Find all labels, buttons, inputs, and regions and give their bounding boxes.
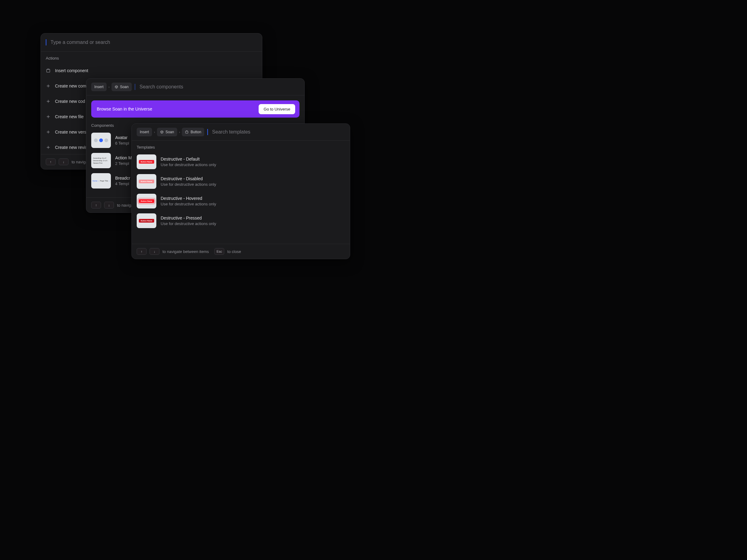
template-destructive-hovered[interactable]: Button Name Destructive - Hovered Use fo… [132, 191, 350, 211]
action-label: Create new file [55, 114, 83, 119]
search-row: Insert › Soan [86, 79, 304, 96]
text-caret [135, 84, 135, 90]
crumb-label: Soan [120, 84, 129, 89]
action-label: Create new vers [55, 130, 86, 134]
template-description: Use for destructive actions only [161, 221, 216, 226]
template-destructive-disabled[interactable]: Button Name Destructive - Disabled Use f… [132, 171, 350, 191]
action-label: Create new revis [55, 145, 87, 150]
button-preview: Button Name [139, 199, 154, 203]
package-icon [114, 85, 118, 89]
thumb-button: Button Name [137, 174, 156, 189]
section-label: Templates [132, 141, 350, 152]
breadcrumb: Insert › Soan [91, 83, 132, 91]
thumb-breadcrumb: Home›Page Title› [91, 173, 111, 188]
breadcrumb: Insert › Soan › Button [137, 128, 204, 136]
footer-hint-close: to close [227, 249, 241, 254]
action-label: Create new com [55, 83, 86, 88]
crumb-soan[interactable]: Soan [157, 128, 177, 136]
package-icon [160, 130, 164, 134]
key-up: ↑ [137, 248, 147, 255]
chevron-right-icon: › [154, 130, 155, 134]
component-count: 4 Templ [115, 182, 130, 186]
template-destructive-pressed[interactable]: Button Name Destructive - Pressed Use fo… [132, 211, 350, 231]
plus-icon [46, 114, 51, 119]
thumb-button: Button Name [137, 194, 156, 209]
svg-rect-0 [47, 70, 50, 72]
key-down: ↓ [104, 202, 114, 209]
thumb-button: Button Name [137, 213, 156, 228]
footer-hint-nav: to navigate between items [162, 249, 209, 254]
template-title: Destructive - Pressed [161, 215, 216, 220]
plus-icon [46, 99, 51, 104]
key-esc: Esc [214, 248, 224, 255]
button-preview: Button Name [139, 160, 154, 164]
component-title: Avatar [115, 135, 129, 140]
key-down: ↓ [59, 158, 69, 165]
key-down: ↓ [150, 248, 159, 255]
thumb-avatar [91, 133, 111, 148]
template-description: Use for destructive actions only [161, 182, 216, 187]
template-title: Destructive - Default [161, 157, 216, 161]
action-insert-component[interactable]: Insert component [41, 63, 262, 78]
svg-rect-1 [185, 131, 188, 133]
templates-panel: Insert › Soan › Button Templates Button … [131, 124, 350, 259]
plus-icon [46, 130, 51, 134]
key-up: ↑ [46, 158, 56, 165]
search-row: Insert › Soan › Button [132, 124, 350, 141]
universe-banner: Browse Soan in the Universe Go to Univer… [91, 100, 300, 117]
thumb-button: Button Name [137, 154, 156, 169]
chevron-right-icon: › [179, 130, 180, 134]
crumb-button[interactable]: Button [182, 128, 204, 136]
component-title: Action M [115, 155, 132, 160]
template-destructive-default[interactable]: Button Name Destructive - Default Use fo… [132, 152, 350, 171]
component-icon [46, 68, 51, 73]
crumb-insert[interactable]: Insert [91, 83, 107, 91]
template-description: Use for destructive actions only [161, 202, 216, 206]
plus-icon [46, 83, 51, 88]
template-title: Destructive - Disabled [161, 176, 216, 181]
template-search-input[interactable] [212, 129, 345, 135]
button-preview: Button Name [139, 180, 154, 183]
template-description: Use for destructive actions only [161, 162, 216, 167]
action-label: Insert component [55, 68, 88, 73]
go-to-universe-button[interactable]: Go to Universe [259, 104, 295, 114]
crumb-soan[interactable]: Soan [111, 83, 132, 91]
component-title: Breadcr [115, 176, 130, 181]
thumb-action-menu: Ascending: A to ZDescending: Z to ANewes… [91, 153, 111, 168]
text-caret [46, 39, 46, 46]
button-preview: Button Name [139, 219, 154, 222]
section-label: Actions [41, 52, 262, 63]
component-icon [185, 130, 188, 134]
component-count: 6 Templ [115, 141, 129, 145]
component-count: 2 Templ [115, 161, 132, 166]
search-row [41, 33, 262, 52]
banner-text: Browse Soan in the Universe [97, 107, 152, 111]
crumb-insert[interactable]: Insert [137, 128, 152, 136]
panel-footer: ↑ ↓ to navigate between items Esc to clo… [132, 244, 350, 259]
template-title: Destructive - Hovered [161, 196, 216, 201]
chevron-right-icon: › [108, 85, 110, 89]
plus-icon [46, 145, 51, 150]
component-search-input[interactable] [139, 84, 300, 90]
templates-list: Button Name Destructive - Default Use fo… [132, 152, 350, 244]
action-label: Create new cod [55, 99, 85, 104]
command-search-input[interactable] [50, 39, 257, 46]
text-caret [207, 129, 208, 135]
key-up: ↑ [91, 202, 101, 209]
crumb-label: Soan [165, 130, 174, 134]
crumb-label: Button [190, 130, 201, 134]
